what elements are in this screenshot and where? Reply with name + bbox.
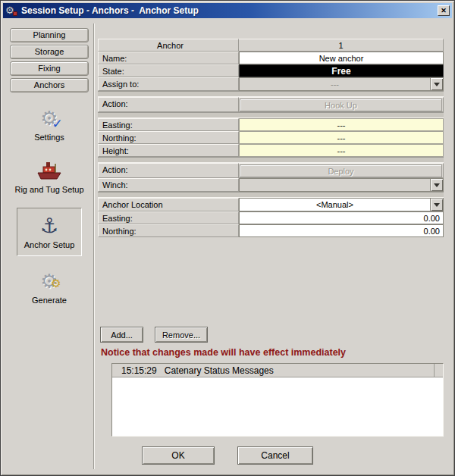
assign-to-select: --- — [239, 77, 444, 91]
northing-label: Northing: — [98, 131, 239, 144]
ok-button[interactable]: OK — [142, 446, 215, 465]
sidebar-item-label: Anchor Setup — [24, 240, 75, 249]
titlebar: ⚙ Session Setup - Anchors - Anchor Setup… — [3, 3, 452, 18]
sidebar-item-anchor-setup[interactable]: ⚓ Anchor Setup — [17, 208, 82, 256]
name-label: Name: — [98, 52, 239, 64]
status-title: Catenary Status Messages — [165, 365, 274, 376]
check-icon: ✓ — [52, 116, 62, 132]
manual-easting-label: Easting: — [98, 211, 239, 224]
assign-to-label: Assign to: — [98, 77, 239, 91]
cancel-button[interactable]: Cancel — [237, 446, 313, 465]
action-hookup-cell: Hook Up — [239, 97, 444, 112]
sidebar-item-generate[interactable]: ⚙ ⚙ Generate — [13, 266, 86, 308]
winch-select — [239, 178, 444, 192]
sidebar-tab-anchors[interactable]: Anchors — [10, 78, 89, 92]
sidebar-divider — [93, 23, 95, 469]
scrollbar-column[interactable] — [434, 364, 443, 377]
sidebar-tab-planning[interactable]: Planning — [10, 28, 89, 42]
anchor-location-value: <Manual> — [240, 199, 430, 211]
close-button[interactable]: ✕ — [438, 5, 450, 16]
notice-text: Notice that changes made will have effec… — [101, 347, 346, 358]
manual-northing-field[interactable]: 0.00 — [239, 224, 444, 237]
deploy-button: Deploy — [240, 164, 442, 177]
anchor-location-dropdown-arrow-icon[interactable] — [430, 199, 443, 211]
anchor-location-label: Anchor Location — [98, 198, 239, 211]
sidebar-shortcuts: ⚙ ✓ Settings Rig and Tug Setup — [7, 103, 92, 318]
sidebar-item-label: Settings — [34, 133, 64, 142]
sidebar-tab-fixing[interactable]: Fixing — [10, 61, 89, 76]
session-setup-window: ⚙ Session Setup - Anchors - Anchor Setup… — [0, 0, 455, 476]
winch-value — [240, 179, 430, 191]
icon-accent — [13, 11, 17, 16]
northing-field: --- — [239, 131, 444, 144]
separator — [98, 91, 444, 97]
sidebar-item-rig-and-tug-setup[interactable]: Rig and Tug Setup — [13, 155, 86, 198]
footer-buttons: OK Cancel — [1, 446, 454, 465]
anchor-number-header: 1 — [239, 39, 444, 52]
status-message-header: 15:15:29 Catenary Status Messages — [112, 364, 443, 377]
remove-button: Remove... — [155, 327, 208, 343]
sidebar: Planning Storage Fixing Anchors ⚙ ✓ Sett… — [7, 28, 92, 318]
separator — [98, 112, 444, 118]
separator — [98, 192, 444, 198]
manual-easting-field[interactable]: 0.00 — [239, 211, 444, 224]
state-field: Free — [239, 64, 444, 77]
name-field[interactable]: New anchor — [239, 52, 444, 64]
sidebar-item-settings[interactable]: ⚙ ✓ Settings — [13, 103, 86, 146]
separator — [98, 157, 444, 163]
anchor-column-header: Anchor — [98, 39, 239, 52]
status-message-list: 15:15:29 Catenary Status Messages — [111, 363, 444, 437]
state-label: State: — [98, 64, 239, 77]
window-title: Session Setup - Anchors - Anchor Setup — [21, 5, 438, 16]
generate-gears-icon: ⚙ ⚙ — [40, 270, 58, 293]
manual-northing-label: Northing: — [98, 224, 239, 237]
add-button[interactable]: Add... — [100, 327, 143, 343]
tugboat-icon — [36, 159, 62, 182]
status-message-body — [112, 377, 443, 436]
hook-up-button: Hook Up — [240, 99, 442, 111]
app-gear-icon: ⚙ — [5, 5, 17, 17]
action-deploy-label: Action: — [98, 163, 239, 178]
height-label: Height: — [98, 144, 239, 157]
anchor-icon: ⚓ — [40, 215, 58, 237]
sidebar-item-label: Generate — [32, 296, 67, 305]
assign-to-value: --- — [240, 78, 430, 90]
height-field: --- — [239, 144, 444, 157]
status-timestamp: 15:15:29 — [121, 365, 157, 376]
anchor-location-select[interactable]: <Manual> — [239, 198, 444, 211]
sidebar-item-label: Rig and Tug Setup — [14, 185, 83, 194]
winch-label: Winch: — [98, 178, 239, 192]
action-deploy-cell: Deploy — [239, 163, 444, 178]
winch-dropdown-arrow-icon — [430, 179, 443, 191]
anchor-form: Anchor 1 Name: New anchor State: Free As… — [98, 39, 444, 237]
easting-field: --- — [239, 118, 444, 131]
action-hookup-label: Action: — [98, 97, 239, 112]
easting-label: Easting: — [98, 118, 239, 131]
add-remove-row: Add... Remove... — [100, 327, 208, 343]
sidebar-tab-storage[interactable]: Storage — [10, 45, 89, 59]
assign-to-dropdown-arrow-icon — [430, 78, 443, 90]
settings-gear-icon: ⚙ ✓ — [40, 107, 58, 130]
